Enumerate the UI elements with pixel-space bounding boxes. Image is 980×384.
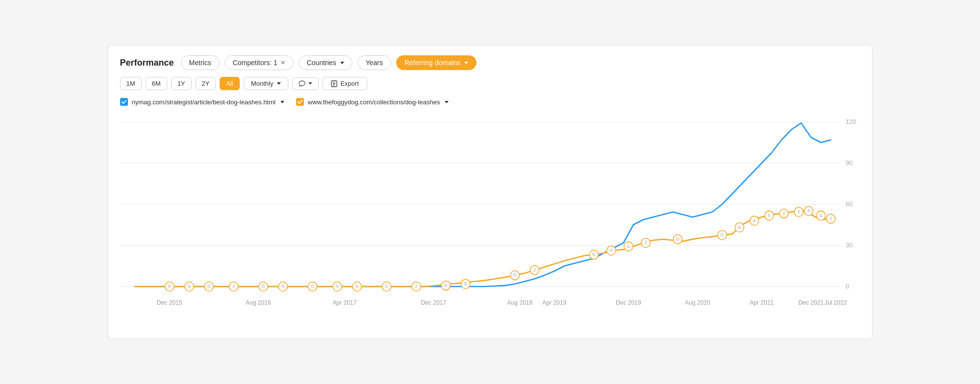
y-label-90: 90 [845, 159, 853, 167]
svg-text:G: G [627, 243, 630, 248]
x-label-apr2019: Apr 2019 [542, 299, 566, 306]
performance-container: Performance Metrics Competitors: 1 ✕ Cou… [108, 45, 873, 339]
export-button[interactable]: Export [323, 77, 367, 90]
export-icon [331, 80, 337, 87]
svg-text:5: 5 [768, 213, 770, 217]
top-toolbar: Performance Metrics Competitors: 1 ✕ Cou… [120, 55, 860, 70]
svg-text:G: G [737, 225, 741, 230]
monthly-button[interactable]: Monthly [244, 77, 289, 90]
chevron-down-icon [464, 62, 468, 64]
svg-text:2: 2 [232, 284, 235, 288]
x-label-dec2017: Dec 2017 [421, 299, 446, 306]
svg-text:G: G [592, 252, 595, 257]
legend-item-blue[interactable]: nymag.com/strategist/article/best-dog-le… [120, 98, 284, 106]
years-button[interactable]: Years [357, 55, 391, 70]
y-label-60: 60 [845, 200, 853, 208]
checkmark-icon [122, 100, 126, 104]
time-all-button[interactable]: All [220, 77, 239, 90]
y-label-120: 120 [845, 118, 856, 125]
page-title: Performance [120, 58, 174, 68]
svg-text:2: 2 [797, 209, 800, 214]
x-label-aug2016: Aug 2016 [246, 299, 271, 306]
svg-text:G: G [444, 283, 447, 288]
svg-text:G: G [187, 284, 191, 288]
svg-text:2: 2 [533, 267, 536, 272]
svg-text:G: G [819, 213, 822, 217]
x-label-dec2019: Dec 2019 [616, 299, 641, 306]
svg-text:2: 2 [415, 284, 417, 288]
sub-toolbar: 1M 6M 1Y 2Y All Monthly [120, 77, 860, 90]
svg-text:G: G [335, 284, 339, 288]
svg-text:G: G [311, 284, 314, 288]
x-label-aug2020: Aug 2020 [684, 299, 710, 306]
svg-text:G: G [261, 284, 265, 288]
chevron-down-icon [340, 62, 344, 64]
svg-text:G: G [207, 284, 210, 288]
x-label-apr2017: Apr 2017 [332, 299, 356, 306]
x-label-jul2022: Jul 2022 [824, 299, 847, 306]
svg-text:G: G [168, 284, 171, 288]
annotation-button[interactable] [292, 77, 319, 90]
svg-text:G: G [281, 284, 284, 288]
metrics-button[interactable]: Metrics [181, 55, 220, 70]
close-icon[interactable]: ✕ [280, 59, 285, 66]
chevron-down-icon [277, 82, 281, 85]
svg-text:G: G [676, 237, 679, 241]
svg-text:G: G [720, 232, 724, 237]
svg-text:G: G [609, 248, 613, 253]
checkbox-blue[interactable] [120, 98, 128, 106]
x-label-apr2021: Apr 2021 [750, 299, 774, 306]
svg-text:a: a [753, 218, 756, 223]
checkmark-icon [298, 100, 302, 104]
time-1m-button[interactable]: 1M [120, 77, 142, 90]
chevron-down-icon [445, 101, 449, 103]
checkbox-orange[interactable] [296, 98, 304, 106]
svg-text:2: 2 [829, 216, 832, 221]
svg-text:3: 3 [807, 208, 809, 213]
time-6m-button[interactable]: 6M [146, 77, 167, 90]
x-label-aug2018: Aug 2018 [507, 299, 532, 306]
svg-text:2: 2 [782, 211, 785, 216]
competitors-button[interactable]: Competitors: 1 ✕ [225, 55, 294, 70]
legend-item-orange[interactable]: www.thefoggydog.com/collections/dog-leas… [296, 98, 449, 106]
countries-button[interactable]: Countries [299, 55, 352, 70]
time-1y-button[interactable]: 1Y [171, 77, 192, 90]
y-label-30: 30 [845, 241, 853, 249]
chevron-down-icon [308, 82, 312, 85]
y-label-0: 0 [845, 283, 849, 290]
time-2y-button[interactable]: 2Y [196, 77, 216, 90]
chevron-down-icon [280, 101, 284, 103]
chart-legend: nymag.com/strategist/article/best-dog-le… [120, 98, 860, 106]
svg-text:G: G [385, 284, 388, 288]
chart-svg: 120 90 60 30 0 G G G 2 G G [120, 112, 860, 317]
comment-icon [299, 80, 305, 87]
x-label-dec2015: Dec 2015 [156, 299, 182, 306]
x-label-dec2021: Dec 2021 [798, 299, 824, 306]
svg-text:G: G [513, 272, 516, 277]
svg-text:G: G [355, 284, 358, 288]
referring-domains-button[interactable]: Referring domains [396, 55, 477, 70]
chart-area: 120 90 60 30 0 G G G 2 G G [120, 112, 860, 317]
svg-text:G: G [464, 281, 467, 286]
svg-text:2: 2 [644, 240, 647, 245]
